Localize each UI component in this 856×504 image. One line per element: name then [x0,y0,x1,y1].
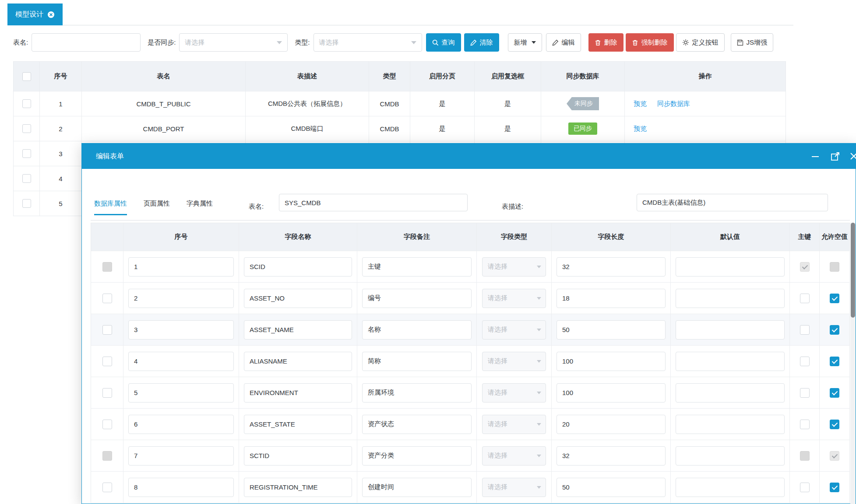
row-select-checkbox[interactable] [102,451,112,461]
field-name-input[interactable] [244,383,352,402]
row-select-checkbox[interactable] [102,388,112,398]
field-remark-input[interactable] [362,415,472,434]
maximize-icon[interactable] [829,144,842,169]
pk-checkbox[interactable] [800,325,810,335]
nullable-checkbox[interactable] [830,451,839,461]
pk-checkbox[interactable] [800,420,810,429]
row-select-checkbox[interactable] [102,420,112,429]
field-default-input[interactable] [676,352,785,371]
field-no-input[interactable] [128,446,234,466]
force-delete-button[interactable]: 强制删除 [626,33,674,52]
type-filter-select[interactable]: 请选择 [314,33,422,52]
row-select-checkbox[interactable] [22,124,31,133]
field-remark-input[interactable] [362,289,472,308]
row-select-checkbox[interactable] [22,174,31,183]
field-type-select[interactable]: 请选择 [482,478,546,497]
field-no-input[interactable] [128,352,234,371]
field-length-input[interactable] [557,320,666,340]
field-no-input[interactable] [128,478,234,497]
nullable-checkbox[interactable] [830,294,839,303]
nullable-checkbox[interactable] [830,357,839,366]
field-no-input[interactable] [128,257,234,276]
pk-checkbox[interactable] [800,357,810,366]
table-name-input[interactable] [32,33,141,52]
field-remark-input[interactable] [362,446,472,466]
select-all-checkbox[interactable] [22,72,31,81]
field-name-input[interactable] [244,415,352,434]
row-select-checkbox[interactable] [22,99,31,108]
field-remark-input[interactable] [362,383,472,402]
field-remark-input[interactable] [362,257,472,276]
field-length-input[interactable] [557,289,666,308]
tab-page-props[interactable]: 页面属性 [144,200,170,215]
field-default-input[interactable] [676,446,785,466]
field-name-input[interactable] [244,257,352,276]
row-select-checkbox[interactable] [22,199,31,208]
action-link[interactable]: 预览 [634,125,647,133]
tab-close-icon[interactable] [47,11,55,18]
tab-model-design[interactable]: 模型设计 [7,4,63,25]
pk-checkbox[interactable] [800,483,810,492]
field-type-select[interactable]: 请选择 [482,415,546,434]
action-link[interactable]: 预览 [634,100,647,108]
field-name-input[interactable] [244,478,352,497]
field-type-select[interactable]: 请选择 [482,446,546,466]
row-select-checkbox[interactable] [102,357,112,366]
clear-button[interactable]: 清除 [464,33,499,52]
row-select-checkbox[interactable] [102,483,112,492]
field-no-input[interactable] [128,415,234,434]
form-table-name-input[interactable] [279,194,468,211]
field-remark-input[interactable] [362,352,472,371]
edit-button[interactable]: 编辑 [546,33,581,52]
action-link[interactable]: 同步数据库 [657,100,690,108]
pk-checkbox[interactable] [800,388,810,398]
row-select-checkbox[interactable] [22,149,31,158]
field-length-input[interactable] [557,415,666,434]
field-default-input[interactable] [676,289,785,308]
field-default-input[interactable] [676,383,785,402]
pk-checkbox[interactable] [800,294,810,303]
field-type-select[interactable]: 请选择 [482,383,546,402]
nullable-checkbox[interactable] [830,483,839,492]
close-icon[interactable] [847,144,856,169]
field-remark-input[interactable] [362,478,472,497]
field-length-input[interactable] [557,352,666,371]
field-name-input[interactable] [244,352,352,371]
field-name-input[interactable] [244,289,352,308]
field-type-select[interactable]: 请选择 [482,289,546,308]
field-remark-input[interactable] [362,320,472,340]
vertical-scrollbar[interactable] [850,223,856,504]
field-length-input[interactable] [557,383,666,402]
field-length-input[interactable] [557,257,666,276]
field-default-input[interactable] [676,478,785,497]
row-select-checkbox[interactable] [102,325,112,335]
nullable-checkbox[interactable] [830,262,839,272]
delete-button[interactable]: 删除 [588,33,624,52]
field-default-input[interactable] [676,415,785,434]
sync-filter-select[interactable]: 请选择 [179,33,288,52]
add-button[interactable]: 新增 [508,33,542,52]
pk-checkbox[interactable] [800,451,810,461]
field-no-input[interactable] [128,320,234,340]
pk-checkbox[interactable] [800,262,810,272]
js-enhance-button[interactable]: JS增强 [731,33,774,52]
field-default-input[interactable] [676,320,785,340]
field-length-input[interactable] [557,478,666,497]
form-table-desc-input[interactable] [637,194,828,211]
nullable-checkbox[interactable] [830,388,839,398]
scrollbar-thumb[interactable] [851,223,855,318]
define-button-button[interactable]: 定义按钮 [676,33,725,52]
field-length-input[interactable] [557,446,666,466]
field-default-input[interactable] [676,257,785,276]
field-type-select[interactable]: 请选择 [482,320,546,340]
row-select-checkbox[interactable] [102,294,112,303]
query-button[interactable]: 查询 [426,33,461,52]
nullable-checkbox[interactable] [830,420,839,429]
field-name-input[interactable] [244,320,352,340]
tab-dict-props[interactable]: 字典属性 [187,200,213,215]
field-type-select[interactable]: 请选择 [482,352,546,371]
row-select-checkbox[interactable] [102,262,112,272]
field-no-input[interactable] [128,383,234,402]
minimize-icon[interactable] [809,144,822,169]
tab-database-props[interactable]: 数据库属性 [94,200,127,215]
